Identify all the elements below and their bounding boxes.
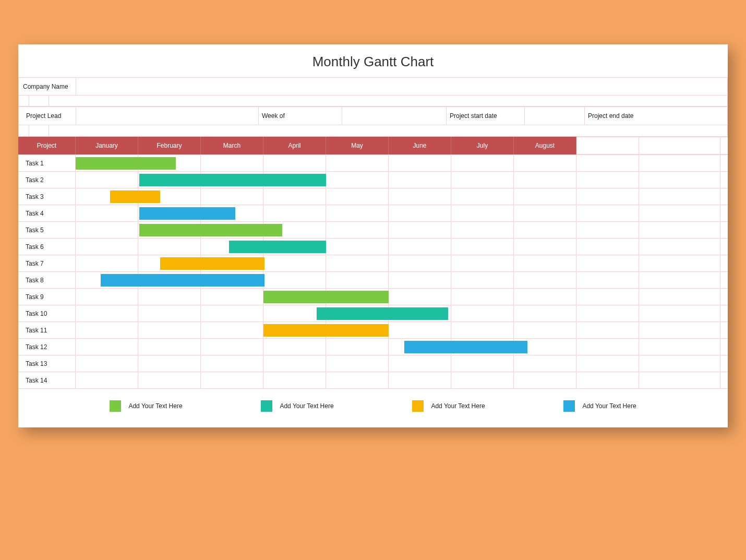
task-row: Task 3 <box>18 188 728 205</box>
task-row: Task 13 <box>18 355 728 372</box>
task-label: Task 4 <box>18 205 76 221</box>
task-label: Task 14 <box>18 372 76 388</box>
task-label: Task 8 <box>18 272 76 288</box>
legend-label: Add Your Text Here <box>128 402 182 410</box>
task-row: Task 8 <box>18 271 728 288</box>
gantt-header-row: Project JanuaryFebruaryMarchAprilMayJune… <box>18 137 728 154</box>
gantt-bar[interactable] <box>404 341 527 353</box>
task-timeline <box>76 172 728 188</box>
task-timeline <box>76 222 728 238</box>
week-of-value-cell[interactable] <box>342 107 447 125</box>
task-row: Task 11 <box>18 321 728 338</box>
task-row: Task 7 <box>18 255 728 271</box>
gantt-bar[interactable] <box>160 257 264 270</box>
gantt-bar[interactable] <box>317 307 448 320</box>
task-row: Task 1 <box>18 154 728 171</box>
gantt-bar[interactable] <box>263 324 389 337</box>
task-row: Task 9 <box>18 288 728 305</box>
task-label: Task 5 <box>18 222 76 238</box>
task-label: Task 12 <box>18 339 76 355</box>
trailing-narrow-cell <box>720 107 727 125</box>
gantt-bar[interactable] <box>139 224 282 236</box>
month-header: February <box>138 137 201 154</box>
month-header: March <box>201 137 263 154</box>
task-timeline <box>76 188 728 205</box>
task-timeline <box>76 372 728 388</box>
months-header: JanuaryFebruaryMarchAprilMayJuneJulyAugu… <box>76 137 576 154</box>
task-timeline <box>76 305 728 321</box>
task-row: Task 10 <box>18 305 728 321</box>
task-timeline <box>76 339 728 355</box>
task-label: Task 2 <box>18 172 76 188</box>
task-timeline <box>76 255 728 271</box>
project-lead-label: Project Lead <box>19 107 76 125</box>
legend-item: Add Your Text Here <box>412 400 485 412</box>
spacer-row-1 <box>18 95 728 106</box>
gantt-bar[interactable] <box>139 174 326 186</box>
legend-swatch <box>110 400 121 412</box>
company-row: Company Name <box>18 77 728 95</box>
task-label: Task 1 <box>18 155 76 171</box>
legend-item: Add Your Text Here <box>261 400 333 412</box>
legend-item: Add Your Text Here <box>110 400 182 412</box>
legend-swatch <box>261 400 272 412</box>
project-header: Project <box>18 137 76 154</box>
project-lead-value-cell[interactable] <box>76 107 259 125</box>
gantt-bar[interactable] <box>76 157 176 170</box>
month-header: August <box>514 137 576 154</box>
gantt-bar[interactable] <box>229 241 326 253</box>
meta-row: Project Lead Week of Project start date … <box>18 106 728 125</box>
spacer-row-2 <box>18 125 728 137</box>
project-start-value-cell[interactable] <box>525 107 585 125</box>
company-name-label: Company Name <box>19 78 76 95</box>
task-timeline <box>76 289 728 305</box>
spreadsheet-page: Monthly Gantt Chart Company Name Project… <box>18 44 728 427</box>
task-timeline <box>76 239 728 255</box>
task-label: Task 7 <box>18 255 76 271</box>
month-header: May <box>326 137 389 154</box>
month-header: January <box>76 137 138 154</box>
task-label: Task 10 <box>18 305 76 321</box>
task-timeline <box>76 272 728 288</box>
project-start-label: Project start date <box>447 107 525 125</box>
task-row: Task 14 <box>18 372 728 388</box>
gantt-body: Task 1Task 2Task 3Task 4Task 5Task 6Task… <box>18 154 728 388</box>
task-timeline <box>76 355 728 372</box>
legend-item: Add Your Text Here <box>563 400 636 412</box>
task-label: Task 13 <box>18 355 76 372</box>
gantt-bar[interactable] <box>110 190 160 203</box>
task-label: Task 6 <box>18 239 76 255</box>
month-header: April <box>263 137 326 154</box>
task-row: Task 4 <box>18 205 728 221</box>
project-end-label: Project end date <box>585 107 720 125</box>
month-header: June <box>389 137 451 154</box>
task-label: Task 11 <box>18 322 76 338</box>
month-header: July <box>451 137 514 154</box>
task-row: Task 12 <box>18 338 728 355</box>
legend-label: Add Your Text Here <box>431 402 485 410</box>
gantt-bar[interactable] <box>263 291 389 303</box>
chart-title: Monthly Gantt Chart <box>18 44 728 77</box>
task-timeline <box>76 322 728 338</box>
legend-label: Add Your Text Here <box>582 402 636 410</box>
legend: Add Your Text HereAdd Your Text HereAdd … <box>18 389 728 427</box>
gantt-bar[interactable] <box>139 207 235 220</box>
task-timeline <box>76 155 728 171</box>
task-row: Task 6 <box>18 238 728 255</box>
legend-label: Add Your Text Here <box>280 402 333 410</box>
gantt-bar[interactable] <box>101 274 264 287</box>
task-label: Task 9 <box>18 289 76 305</box>
task-label: Task 3 <box>18 188 76 205</box>
task-row: Task 2 <box>18 171 728 188</box>
legend-swatch <box>412 400 424 412</box>
week-of-label: Week of <box>259 107 342 125</box>
task-row: Task 5 <box>18 221 728 238</box>
legend-swatch <box>563 400 575 412</box>
task-timeline <box>76 205 728 221</box>
